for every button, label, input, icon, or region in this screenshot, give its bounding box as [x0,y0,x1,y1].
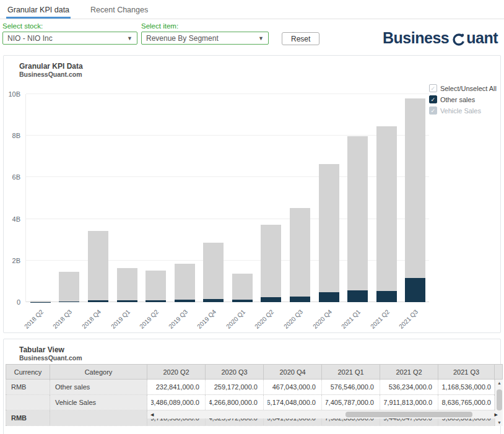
legend-label: Select/Unselect All [440,85,497,92]
bar-segment-vehicle-sales [146,271,166,300]
header-scrollbar-spacer [495,364,503,380]
horizontal-scrollbar[interactable]: ◀ ▶ [147,410,501,419]
item-select-value: Revenue By Segment [146,34,219,43]
tab-granular-kpi-data[interactable]: Granular KPI data [6,0,71,19]
reset-button[interactable]: Reset [282,32,319,45]
y-axis-label: 2B [12,257,20,264]
bar-segment-other-sales [232,300,253,302]
cell-category: Vehicle Sales [50,395,147,410]
bar-segment-vehicle-sales [347,136,368,290]
gridline [26,135,429,136]
logo-text-uant: uant [466,29,498,47]
stock-select[interactable]: NIO - NIO Inc ▼ [2,32,137,45]
bar-segment-vehicle-sales [232,274,253,300]
stock-select-value: NIO - NIO Inc [7,34,53,43]
table-body: RMBOther sales232,841,000.0259,172,000.0… [6,380,503,426]
bar-segment-vehicle-sales [261,225,281,297]
bar-segment-other-sales [203,299,224,302]
x-axis-label: 2018 Q4 [80,308,102,330]
y-axis-label: 8B [12,132,20,139]
gridline [26,260,429,261]
bar-segment-vehicle-sales [405,98,425,278]
bar-2019-q3 [175,264,195,302]
logo-text-business: Business [383,29,449,47]
x-axis-label: 2018 Q2 [23,308,45,330]
bar-2018-q2 [30,301,51,302]
checkbox-icon[interactable]: ✓ [429,95,437,103]
legend-label: Other sales [440,96,475,103]
gridline [26,219,429,219]
scroll-up-icon[interactable]: ▲ [495,381,503,385]
bar-segment-other-sales [59,302,79,303]
table-title: Tabular View [19,345,64,354]
bar-segment-other-sales [146,300,166,302]
cell-value: 7,405,787,000.0 [322,395,380,410]
chart-subtitle: BusinessQuant.com [19,71,82,78]
cell-category [50,410,147,425]
scroll-down-icon[interactable]: ▼ [495,420,503,425]
legend-item-vehicle-sales[interactable]: ✓Vehicle Sales [429,106,497,115]
x-axis-label: 2019 Q2 [138,308,160,330]
y-axis-label: 4B [12,215,20,223]
column-header-2020-q3: 2020 Q3 [206,364,264,380]
bar-2021-q2 [376,126,397,302]
tab-recent-changes[interactable]: Recent Changes [89,0,149,19]
scroll-right-icon[interactable]: ▶ [493,410,500,419]
x-axis-label: 2018 Q3 [52,308,74,330]
x-axis-label: 2019 Q1 [110,308,131,330]
select-stock-label: Select stock: [2,22,137,30]
cell-value: 3,486,089,000.0 [147,395,206,410]
x-axis-label: 2020 Q3 [282,308,304,330]
bar-2019-q4 [203,243,224,302]
bar-segment-other-sales [319,292,339,302]
cell-value: 1,168,536,000.0 [438,380,495,394]
bar-segment-vehicle-sales [88,231,108,301]
checkbox-icon[interactable]: ✓ [429,106,437,115]
select-item-label: Select item: [141,22,269,30]
bar-segment-other-sales [376,291,397,302]
horizontal-scroll-thumb[interactable] [345,412,473,417]
bar-segment-other-sales [88,300,108,302]
cell-value: 4,266,800,000.0 [206,395,264,410]
cell-category: Other sales [50,380,147,394]
x-axis: 2018 Q22018 Q32018 Q42019 Q12019 Q22019 … [25,303,429,332]
y-axis: 02B4B6B8B10B [6,94,23,302]
cell-currency: RMB [6,410,50,425]
vertical-scroll-thumb[interactable] [497,389,502,410]
cell-value: 259,172,000.0 [206,380,264,394]
bar-2019-q1 [117,268,137,302]
cell-value: 576,546,000.0 [322,380,380,394]
plot-area [25,94,429,302]
cell-currency: RMB [6,380,50,394]
bar-2018-q3 [59,272,79,302]
chart-title: Granular KPI Data [19,62,83,71]
bar-segment-other-sales [261,297,281,302]
item-select[interactable]: Revenue By Segment ▼ [141,32,269,45]
table-header-row: CurrencyCategory2020 Q22020 Q32020 Q4202… [6,364,503,380]
y-axis-label: 10B [8,90,20,98]
bar-segment-vehicle-sales [175,264,195,300]
x-axis-label: 2019 Q4 [196,308,218,330]
bar-segment-vehicle-sales [290,208,310,297]
legend-item-other-sales[interactable]: ✓Other sales [429,95,497,103]
x-axis-label: 2020 Q1 [225,308,246,330]
vertical-scrollbar[interactable]: ▲ ▼ [495,380,503,426]
chevron-down-icon: ▼ [127,35,133,41]
bar-2020-q3 [290,208,310,302]
bar-2021-q1 [347,136,368,302]
checkbox-icon[interactable]: ✓ [429,84,437,92]
cell-value: 536,234,000.0 [380,380,438,394]
x-axis-label: 2020 Q4 [311,308,333,330]
y-axis-label: 0 [17,298,20,306]
table-row: Vehicle Sales3,486,089,000.04,266,800,00… [6,395,495,410]
cell-value: 467,043,000.0 [264,380,322,394]
x-axis-label: 2021 Q1 [340,308,362,330]
bar-segment-vehicle-sales [117,268,137,300]
x-axis-label: 2020 Q2 [254,308,276,330]
cell-value: 232,841,000.0 [147,380,206,394]
legend-item-select-unselect-all[interactable]: ✓Select/Unselect All [429,84,497,92]
scroll-left-icon[interactable]: ◀ [149,410,155,419]
bar-segment-vehicle-sales [203,243,224,299]
legend-label: Vehicle Sales [440,107,481,115]
bar-2020-q1 [232,274,253,302]
